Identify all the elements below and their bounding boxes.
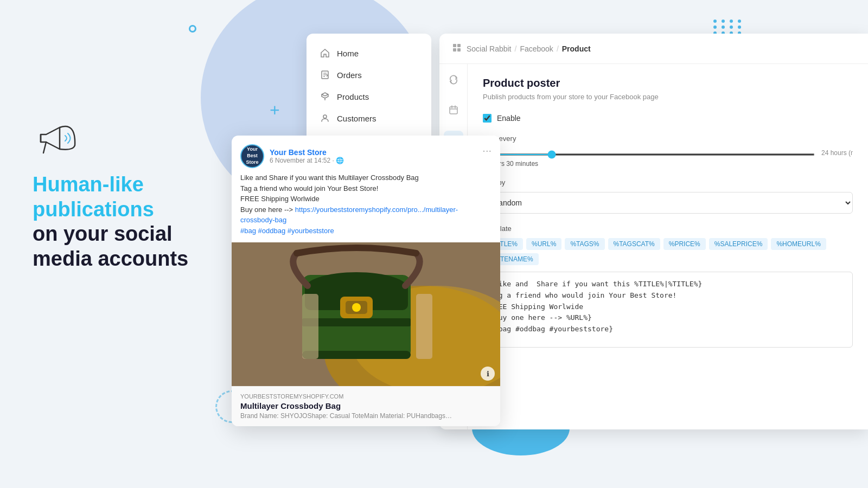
svg-rect-12 [453, 48, 456, 52]
tag-tags[interactable]: %TAGS% [565, 238, 604, 250]
svg-line-1 [43, 142, 46, 153]
left-section: Human-like publications on your social m… [33, 119, 222, 271]
breadcrumb-facebook[interactable]: Facebook [520, 44, 553, 53]
template-label: Template [483, 224, 853, 233]
sidebar-item-customers[interactable]: Customers [307, 107, 431, 129]
poster-title: Product poster [483, 77, 853, 89]
breadcrumb: Social Rabbit / Facebook / Product [439, 34, 868, 64]
post-every-label: Post every [483, 134, 853, 143]
template-section: Template %TITLE% %URL% %TAGS% %TAGSCAT% … [483, 224, 853, 350]
post-every-value: 4 hours 30 minutes [483, 160, 853, 168]
fb-link-domain: YOURBESTSTOREMYSHOPIFY.COM [240, 393, 492, 400]
svg-point-27 [352, 303, 361, 312]
fb-link-desc: Brand Name: SHYOJOShape: Casual ToteMain… [240, 412, 492, 420]
sort-by-label: Sort by [483, 178, 853, 187]
dot-blue-small [189, 25, 196, 33]
svg-rect-10 [453, 44, 456, 47]
megaphone-icon [33, 119, 222, 159]
svg-rect-31 [416, 294, 432, 359]
post-every-slider[interactable] [483, 153, 815, 156]
breadcrumb-sep2: / [557, 44, 559, 53]
tag-url[interactable]: %URL% [526, 238, 561, 250]
orders-icon [320, 69, 330, 80]
post-every-section: Post every 24 hours (r 4 hours 30 minute… [483, 134, 853, 168]
enable-checkbox[interactable] [483, 114, 492, 123]
right-panel: Social Rabbit / Facebook / Product [439, 34, 868, 429]
tag-tagscat[interactable]: %TAGSCAT% [608, 238, 660, 250]
sidebar-item-orders[interactable]: Orders [307, 64, 431, 86]
svg-point-6 [323, 115, 327, 118]
fb-link-title: Multilayer Crossbody Bag [240, 401, 492, 410]
bag-visual [232, 242, 500, 386]
product-poster-section: Product poster Publish products from you… [468, 64, 868, 374]
poster-subtitle: Publish products from your store to your… [483, 93, 853, 101]
grid-icon [452, 43, 461, 54]
fb-post-card: YourBestStore Your Best Store 6 November… [232, 136, 500, 426]
sr-tab-calendar[interactable] [444, 100, 463, 120]
breadcrumb-social-rabbit[interactable]: Social Rabbit [467, 44, 512, 53]
svg-rect-13 [457, 48, 461, 52]
fb-user-info: Your Best Store 6 November at 14:52 · 🌐 [270, 148, 482, 164]
fb-post-text: Like and Share if you want this Multilay… [232, 172, 500, 242]
sr-tab-refresh[interactable] [444, 70, 463, 89]
customers-icon [320, 113, 330, 124]
sidebar-item-products[interactable]: Products [307, 86, 431, 107]
post-every-max: 24 hours (r [821, 149, 853, 157]
fb-store-avatar: YourBestStore [240, 144, 264, 168]
fb-timestamp: 6 November at 14:52 · 🌐 [270, 157, 482, 164]
svg-rect-30 [302, 294, 318, 359]
fb-post-header: YourBestStore Your Best Store 6 November… [232, 136, 500, 172]
fb-link-preview: YOURBESTSTOREMYSHOPIFY.COM Multilayer Cr… [232, 386, 500, 426]
fb-post-image: ℹ [232, 242, 500, 386]
sort-by-select[interactable]: Random Newest Oldest Price: Low to High … [483, 192, 853, 214]
tag-price[interactable]: %PRICE% [663, 238, 706, 250]
enable-label: Enable [497, 114, 521, 123]
main-heading: Human-like publications on your social m… [33, 172, 222, 271]
home-icon [320, 48, 330, 59]
svg-rect-11 [457, 44, 461, 47]
tag-homeurl[interactable]: %HOMEURL% [771, 238, 826, 250]
fb-username: Your Best Store [270, 148, 482, 157]
products-icon [320, 91, 330, 102]
breadcrumb-current: Product [562, 44, 591, 53]
tag-saleprice[interactable]: %SALEPRICE% [709, 238, 768, 250]
template-textarea[interactable]: {Like and Share if you want this %TITLE%… [483, 272, 853, 348]
sidebar-item-home[interactable]: Home [307, 42, 431, 64]
sort-by-section: Sort by Random Newest Oldest Price: Low … [483, 178, 853, 214]
fb-hashtags: #bag #oddbag #yourbeststore [240, 227, 334, 235]
enable-row: Enable [483, 114, 853, 123]
plus-icon-left: + [270, 100, 280, 120]
breadcrumb-sep1: / [515, 44, 517, 53]
svg-rect-14 [450, 107, 457, 114]
fb-more-button[interactable]: ··· [482, 144, 492, 157]
info-button[interactable]: ℹ [481, 367, 495, 381]
template-tags: %TITLE% %URL% %TAGS% %TAGSCAT% %PRICE% %… [483, 238, 853, 265]
